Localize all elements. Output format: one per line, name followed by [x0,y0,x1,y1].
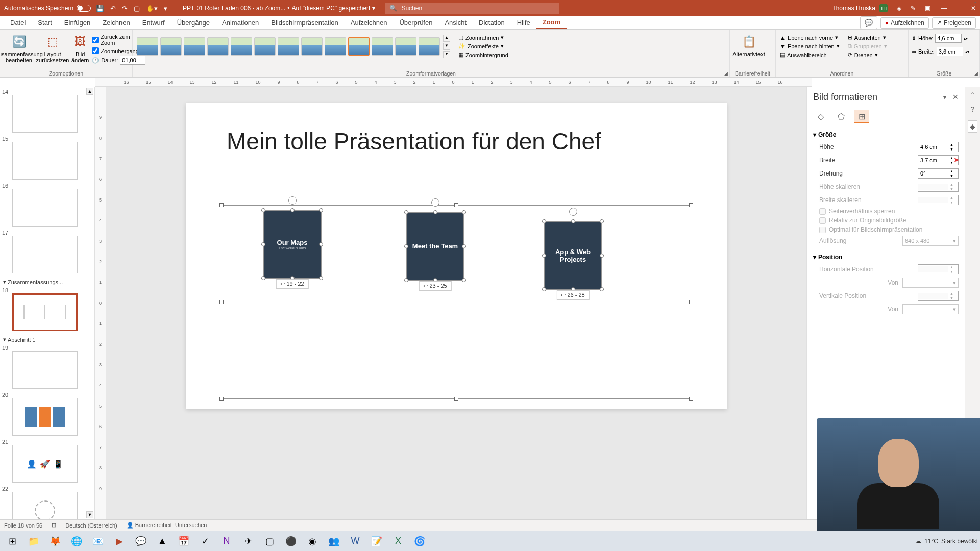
aufzeichnen-button[interactable]: ●Aufzeichnen [880,17,929,29]
start-button[interactable]: ⊞ [2,533,22,550]
ausrichten-button[interactable]: ⊞Ausrichten▾ [847,34,888,41]
section-position-toggle[interactable]: ▾Position [813,252,959,263]
todo-icon[interactable]: ✓ [195,533,215,550]
minimize-icon[interactable]: — [941,5,947,12]
gallery-up-icon[interactable]: ▲ [443,35,450,42]
section-summary[interactable]: ▾Zusammenfassungs... [2,277,91,287]
redo-icon[interactable]: ↷ [122,5,128,12]
pane-tab-effects[interactable]: ⬠ [834,110,849,123]
zoom-tile-2[interactable]: ⟳ Meet the Team ↩ 23 - 25 [406,212,464,281]
firefox-icon[interactable]: 🦊 [45,533,65,550]
spin-down-icon[interactable]: ▼ [948,160,955,165]
pane-tab-size[interactable]: ⊞ [854,110,869,123]
slideshow-icon[interactable]: ▢ [134,5,140,12]
status-folie[interactable]: Folie 18 von 56 [4,522,42,529]
gruppieren-button[interactable]: ⧉Gruppieren▾ [847,42,888,50]
tab-dictation[interactable]: Dictation [473,16,511,29]
ribbon-breite-input[interactable] [937,47,963,56]
app2-icon[interactable]: ▢ [259,533,280,550]
slide-thumb-14[interactable] [12,95,78,133]
slide-thumb-19[interactable]: Our MapsThe world is ours [12,351,78,389]
weather-widget[interactable]: ☁ 11°C Stark bewölkt [915,538,978,545]
tab-ansicht[interactable]: Ansicht [438,16,473,29]
thumb-scroll-up[interactable]: ▲ [86,88,93,95]
drehen-button[interactable]: ⟳Drehen▾ [847,51,888,59]
diamond-icon[interactable]: ◈ [897,5,901,12]
ebene-vorne-button[interactable]: ▲Ebene nach vorne▾ [779,34,841,41]
section-groesse-toggle[interactable]: ▾Größe [813,129,959,140]
slide-canvas[interactable]: Mein tolle Präsentation für den Chef ⟳ O… [186,103,727,409]
record-icon[interactable]: ◉ [302,533,323,550]
pane-dropdown-icon[interactable]: ▾ [943,94,946,101]
tab-uebergaenge[interactable]: Übergänge [171,16,216,29]
format-strip-icon[interactable]: ◆ [968,120,977,133]
slide-thumb-21[interactable]: 👤🚀📱 [12,445,78,483]
tab-animationen[interactable]: Animationen [216,16,265,29]
status-access[interactable]: Barrierefreiheit: Untersuchen [135,522,207,528]
onenote-icon[interactable]: N [216,533,237,550]
pane-tab-fill[interactable]: ◇ [813,110,828,123]
tab-einfuegen[interactable]: Einfügen [58,16,96,29]
zoom-container-selection[interactable]: ⟳ Our Maps The world is ours ↩ 19 - 22 ⟳ [222,205,691,399]
autosave-toggle[interactable]: Automatisches Speichern [4,5,91,12]
tab-datei[interactable]: Datei [4,16,32,29]
auswahlbereich-button[interactable]: ▤Auswahlbereich [779,51,841,59]
zoom-tile-1[interactable]: ⟳ Our Maps The world is ours ↩ 19 - 22 [263,210,322,279]
tab-aufzeichnen[interactable]: Aufzeichnen [345,16,394,29]
maximize-icon[interactable]: ☐ [956,5,962,12]
zoom-tile-3[interactable]: ⟳ App & Web Projects ↩ 26 - 28 [544,221,602,290]
app-icon[interactable]: 💬 [131,533,151,550]
powerpoint-icon[interactable]: ▶ [109,533,130,550]
tab-zoom[interactable]: Zoom [536,16,567,29]
rotate-handle-icon[interactable]: ⟳ [431,198,439,207]
zoomhintergrund-button[interactable]: ▦Zoomhintergrund [457,51,509,59]
pane-close-icon[interactable]: ✕ [952,93,959,101]
bild-aendern-button[interactable]: 🖼Bild ändern [70,33,90,64]
save-icon[interactable]: 💾 [96,5,104,12]
user-area[interactable]: Thomas Hruska TH ◈ ✎ ▣ [832,4,930,12]
obs-icon[interactable]: ⚫ [281,533,301,550]
layout-button[interactable]: ⬚Layout zurücksetzen [37,33,68,64]
rotate-handle-icon[interactable]: ⟳ [288,196,297,205]
search-box[interactable]: 🔍 Suchen [385,3,559,14]
tab-hilfe[interactable]: Hilfe [511,16,536,29]
autosave-switch[interactable] [77,5,91,12]
spin-up-icon[interactable]: ▲ [948,169,955,173]
notes-icon[interactable]: 📝 [366,533,387,550]
chevron-down-icon[interactable]: ▾ [372,5,375,12]
teams-icon[interactable]: 👥 [324,533,344,550]
undo-icon[interactable]: ↶ [110,5,116,12]
edge-icon[interactable]: 🌀 [409,533,430,550]
alternativtext-button[interactable]: 📋Alternativtext [733,33,765,58]
zoom-style-gallery[interactable]: ▲ ▼ ▾ [136,33,451,60]
telegram-icon[interactable]: ✈ [238,533,258,550]
ebene-hinten-button[interactable]: ▼Ebene nach hinten▾ [779,42,841,50]
zoomrahmen-button[interactable]: ▢Zoomrahmen▾ [457,34,509,41]
slide-thumb-18[interactable] [12,293,78,331]
tab-bildschirm[interactable]: Bildschirmpräsentation [265,16,345,29]
comments-icon[interactable]: 💬 [860,16,877,29]
tab-entwurf[interactable]: Entwurf [136,16,171,29]
slide-title-text[interactable]: Mein tolle Präsentation für den Chef [227,128,601,155]
vlc-icon[interactable]: ▲ [152,533,173,550]
tab-start[interactable]: Start [32,16,58,29]
pen-icon[interactable]: ✎ [911,5,916,12]
slide-thumb-16[interactable] [12,189,78,227]
slide-thumb-20[interactable] [12,398,78,436]
thumb-scroll-down[interactable]: ▼ [86,511,93,518]
slide-thumb-22[interactable] [12,492,78,519]
filename-area[interactable]: PPT 01 Roter Faden 006 - ab Zoom... • Au… [183,5,375,12]
ribbon-hoehe-input[interactable] [935,34,962,43]
outlook-icon[interactable]: 📧 [88,533,108,550]
pane-hoehe-input[interactable] [918,144,948,150]
section-1[interactable]: ▾Abschnitt 1 [2,334,91,345]
zusammenfassung-button[interactable]: 🔄Zusammenfassung bearbeiten [3,33,35,64]
ribbon-collapse-icon[interactable]: ˄ [974,1,977,8]
gallery-down-icon[interactable]: ▼ [443,43,450,50]
spin-down-icon[interactable]: ▼ [948,173,955,178]
tab-ueberpruefen[interactable]: Überprüfen [393,16,438,29]
excel-icon[interactable]: X [388,533,408,550]
window-icon[interactable]: ▣ [925,5,930,12]
calendar-icon[interactable]: 📅 [174,533,194,550]
tab-zeichnen[interactable]: Zeichnen [96,16,136,29]
